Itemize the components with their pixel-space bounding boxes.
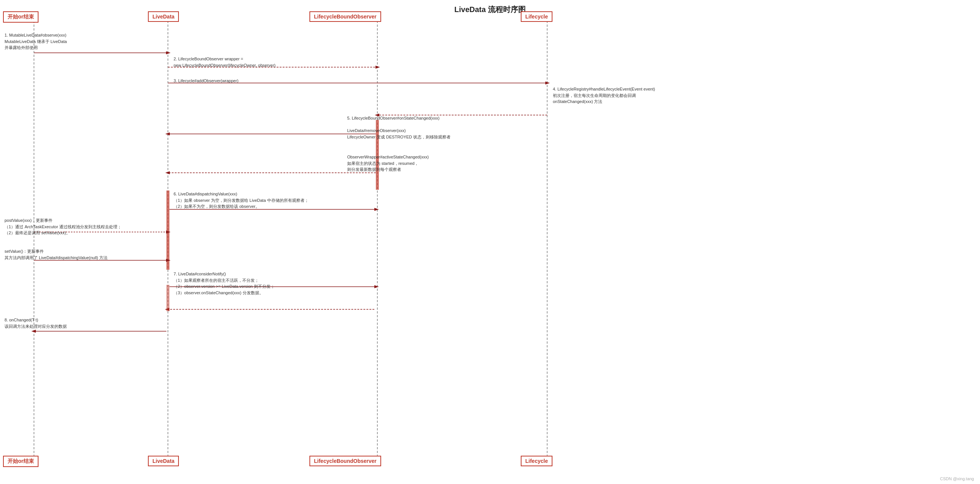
diagram-title: LiveData 流程时序图 (0, 0, 980, 18)
svg-marker-9 (545, 81, 550, 84)
diagram-container: LiveData 流程时序图 (0, 0, 980, 484)
note-11: 8. onChanged(T t)该回调方法来处理对应分发的数据 (5, 317, 67, 329)
svg-marker-29 (31, 330, 36, 333)
note-10: 7. LiveData#considerNotify()（1）如果观察者所在的宿… (173, 271, 275, 296)
participant-start-bottom: 开始or结束 (3, 456, 38, 467)
svg-marker-16 (165, 171, 170, 174)
participant-start-top: 开始or结束 (3, 11, 38, 23)
svg-marker-7 (375, 66, 380, 69)
note-6a: LiveData#removeObserver(xxx)LifecycleOwn… (347, 127, 450, 140)
note-2: 2. LifecycleBoundObserver wrapper =new L… (173, 56, 275, 68)
participant-lifecycle-top: Lifecycle (521, 11, 552, 22)
svg-marker-19 (374, 208, 379, 211)
svg-rect-17 (166, 190, 169, 270)
note-6b: ObserverWrapper#activeStateChanged(xxx)如… (347, 154, 429, 173)
note-9: setValue()：更新事件其方法内部调用了 LiveData#dispatc… (5, 248, 108, 261)
note-3: 3. Lifecycle#addObserver(wrapper) (173, 78, 239, 84)
participant-lifecycle-bottom: Lifecycle (521, 456, 552, 466)
svg-marker-21 (166, 230, 170, 233)
note-7: 6. LiveData#dispatchingValue(xxx)（1）如果 o… (173, 191, 309, 210)
svg-rect-30 (166, 285, 169, 311)
participant-lbo-bottom: LifecycleBoundObserver (309, 456, 381, 466)
diagram-svg (0, 0, 980, 484)
svg-marker-5 (166, 51, 170, 54)
note-8: postValue(xxx)：更新事件（1）通过 ArchTaskExecuto… (5, 217, 121, 236)
note-5: 5. LifecycleBoundObserver#onStateChanged… (347, 115, 440, 121)
svg-marker-23 (166, 259, 170, 262)
note-1: 1. MutableLiveData#observe(xxx)MutableLi… (5, 32, 67, 51)
participant-livedata-top: LiveData (148, 11, 179, 22)
svg-marker-25 (374, 285, 379, 288)
svg-marker-27 (165, 308, 169, 311)
participant-livedata-bottom: LiveData (148, 456, 179, 466)
participant-lbo-top: LifecycleBoundObserver (309, 11, 381, 22)
svg-marker-14 (165, 132, 170, 135)
note-4: 4. LifecycleRegistry#handleLifecycleEven… (553, 86, 655, 105)
watermark: CSDN @xing.tang (940, 476, 974, 481)
